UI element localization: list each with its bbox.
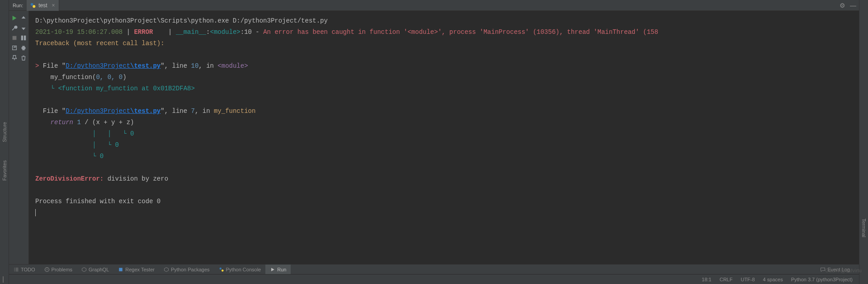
svg-point-0: [31, 3, 33, 5]
layout-icon[interactable]: [20, 34, 27, 42]
console-output[interactable]: D:\python3Project\python3Project\Scripts…: [29, 11, 859, 264]
line-separator[interactable]: CRLF: [720, 277, 733, 282]
status-bar: 18:1 CRLF UTF-8 4 spaces Python 3.7 (pyt…: [9, 274, 859, 284]
graphql-icon: [81, 267, 87, 272]
run-config-tab[interactable]: test ×: [27, 0, 59, 11]
close-tab-icon[interactable]: ×: [52, 2, 55, 9]
package-icon: [164, 267, 169, 272]
svg-marker-11: [82, 267, 86, 271]
svg-marker-15: [271, 268, 274, 271]
run-tool-button[interactable]: Run: [265, 265, 291, 274]
terminal-tool-button[interactable]: Terminal: [861, 219, 867, 237]
python-packages-tool-button[interactable]: Python Packages: [159, 265, 214, 274]
python-interpreter[interactable]: Python 3.7 (python3Project): [791, 277, 853, 282]
hide-tool-window-icon[interactable]: —: [850, 2, 856, 9]
svg-rect-8: [22, 46, 24, 47]
list-icon: [14, 267, 19, 272]
left-tool-rail: Structure Favorites: [0, 0, 9, 284]
print-icon[interactable]: [20, 44, 27, 51]
gear-icon[interactable]: ⚙: [840, 2, 845, 9]
tab-title: test: [38, 2, 47, 9]
file-encoding[interactable]: UTF-8: [741, 277, 755, 282]
todo-tool-button[interactable]: TODO: [9, 265, 40, 274]
regex-tool-button[interactable]: Regex Tester: [113, 265, 159, 274]
svg-rect-3: [12, 36, 16, 40]
run-action-gutter: [9, 11, 29, 264]
down-arrow-icon[interactable]: [20, 24, 27, 32]
trash-icon[interactable]: [20, 54, 27, 61]
python-icon: [219, 267, 224, 272]
exit-message: Process finished with exit code 0: [35, 198, 160, 205]
problems-tool-button[interactable]: Problems: [40, 265, 77, 274]
traceback-header: Traceback (most recent call last):: [35, 40, 165, 47]
graphql-tool-button[interactable]: GraphQL: [77, 265, 113, 274]
svg-marker-2: [12, 16, 16, 21]
play-icon: [270, 267, 275, 272]
exception-name: ZeroDivisionError:: [35, 175, 104, 182]
bottom-tool-bar: TODO Problems GraphQL Regex Tester Pytho…: [9, 264, 859, 274]
svg-point-1: [33, 5, 36, 8]
structure-tool-button[interactable]: Structure: [2, 122, 7, 142]
indent-settings[interactable]: 4 spaces: [763, 277, 783, 282]
svg-rect-5: [24, 36, 25, 41]
structure-label: Structure: [2, 122, 7, 142]
file-link[interactable]: D:/python3Project: [66, 107, 130, 115]
cmd-line: D:\python3Project\python3Project\Scripts…: [35, 17, 328, 24]
svg-rect-9: [22, 49, 24, 51]
svg-point-13: [219, 267, 222, 270]
python-file-icon: [30, 3, 36, 8]
pin-icon[interactable]: [11, 54, 18, 61]
caret-position[interactable]: 18:1: [702, 277, 711, 282]
favorites-tool-button[interactable]: Favorites: [2, 160, 7, 181]
run-tool-tabbar: Run: test × ⚙ —: [9, 0, 859, 11]
caret: [35, 209, 36, 216]
regex-icon: [118, 267, 123, 272]
export-icon[interactable]: [11, 44, 18, 51]
up-arrow-icon[interactable]: [20, 14, 27, 22]
rerun-icon[interactable]: [11, 14, 18, 22]
svg-point-14: [222, 270, 224, 272]
log-level: ERROR: [134, 28, 153, 36]
file-link[interactable]: D:/python3Project: [66, 62, 130, 70]
favorites-label: Favorites: [2, 160, 7, 181]
python-console-tool-button[interactable]: Python Console: [214, 265, 266, 274]
stop-icon[interactable]: [11, 34, 18, 42]
watermark: CSDN @safvirtu: [825, 268, 862, 273]
tool-window-title: Run:: [9, 3, 27, 8]
right-tool-rail: Terminal: [859, 0, 868, 284]
svg-rect-12: [119, 268, 123, 271]
tool-windows-toggle-icon[interactable]: [3, 276, 4, 283]
wrench-icon[interactable]: [11, 24, 18, 32]
svg-rect-4: [21, 36, 23, 41]
svg-rect-7: [21, 47, 25, 49]
timestamp: 2021-10-19 15:06:27.008: [35, 28, 123, 36]
svg-rect-6: [12, 46, 16, 50]
error-message: An error has been caught in function '<m…: [263, 28, 658, 36]
warning-icon: [44, 267, 50, 272]
